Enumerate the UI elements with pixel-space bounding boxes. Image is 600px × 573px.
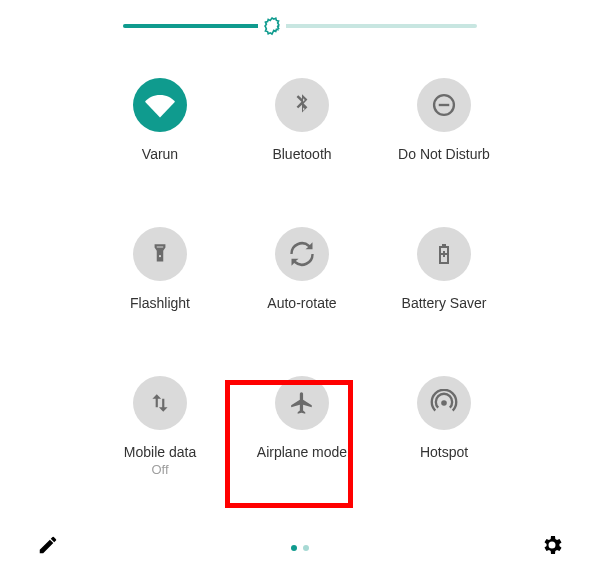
svg-rect-2 [439,104,450,106]
auto-rotate-icon [288,240,316,268]
dnd-toggle[interactable] [417,78,471,132]
tile-mobiledata: Mobile data Off [100,376,220,478]
gear-icon [540,533,564,557]
mobile-data-toggle[interactable] [133,376,187,430]
tile-hotspot: Hotspot [384,376,504,478]
airplane-label: Airplane mode [257,444,347,461]
flashlight-icon [147,241,173,267]
svg-point-3 [441,400,447,406]
tile-autorotate: Auto-rotate [242,227,362,312]
tile-airplane: Airplane mode [242,376,362,478]
airplane-icon [289,390,315,416]
flashlight-label: Flashlight [130,295,190,312]
airplane-mode-toggle[interactable] [275,376,329,430]
mobiledata-label: Mobile data [124,444,196,461]
brightness-track [123,24,477,28]
settings-button[interactable] [538,531,566,559]
do-not-disturb-icon [430,91,458,119]
flashlight-toggle[interactable] [133,227,187,281]
battery-saver-icon [432,242,456,266]
tile-dnd: Do Not Disturb [384,78,504,163]
battery-label: Battery Saver [402,295,487,312]
tile-battery: Battery Saver [384,227,504,312]
footer [0,521,600,565]
page-dot-2[interactable] [303,545,309,551]
autorotate-toggle[interactable] [275,227,329,281]
tiles-grid: Varun Bluetooth Do Not Disturb [100,78,500,477]
hotspot-toggle[interactable] [417,376,471,430]
pencil-icon [37,534,59,556]
wifi-toggle[interactable] [133,78,187,132]
quick-settings-panel: Varun Bluetooth Do Not Disturb [0,0,600,573]
tile-wifi: Varun [100,78,220,163]
hotspot-icon [430,389,458,417]
edit-button[interactable] [34,531,62,559]
page-dot-1[interactable] [291,545,297,551]
brightness-slider[interactable] [123,24,477,28]
page-indicator [291,545,309,551]
brightness-fill [123,24,272,28]
dnd-label: Do Not Disturb [398,146,490,163]
mobiledata-sub: Off [151,462,168,477]
brightness-thumb[interactable] [258,12,286,40]
tile-flashlight: Flashlight [100,227,220,312]
tile-bluetooth: Bluetooth [242,78,362,163]
bluetooth-icon [289,92,315,118]
bluetooth-toggle[interactable] [275,78,329,132]
wifi-icon [145,90,175,120]
wifi-label: Varun [142,146,178,163]
hotspot-label: Hotspot [420,444,468,461]
brightness-icon [260,14,284,38]
autorotate-label: Auto-rotate [267,295,336,312]
bluetooth-label: Bluetooth [272,146,331,163]
mobile-data-icon [147,390,173,416]
battery-saver-toggle[interactable] [417,227,471,281]
